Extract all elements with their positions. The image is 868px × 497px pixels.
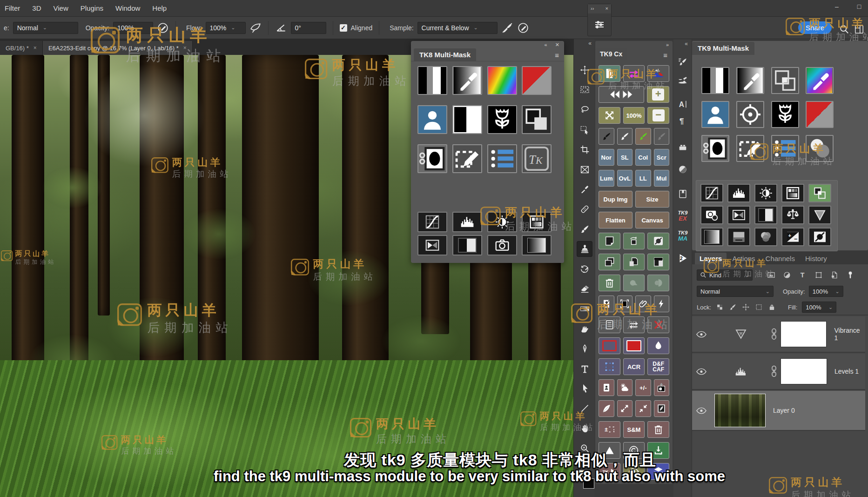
tk8-grad-dropper-button[interactable] xyxy=(452,66,482,95)
tk8-camera-button[interactable] xyxy=(487,235,517,255)
tk8-overlap-squares-button[interactable] xyxy=(522,105,552,134)
tk8-half-split-button[interactable] xyxy=(452,235,482,255)
ignore-adjustment-layers-icon[interactable] xyxy=(501,22,513,34)
tk9cx-muted2-button[interactable] xyxy=(647,275,669,291)
tk9cx-size-button[interactable]: Size xyxy=(635,191,669,208)
tk9cx-pm-doc-button[interactable] xyxy=(599,296,614,312)
tool-hand[interactable] xyxy=(577,421,592,436)
tk8-contrast-button[interactable] xyxy=(487,212,517,232)
tk9cx-feather-button[interactable] xyxy=(599,400,614,417)
maximize-button[interactable]: □ xyxy=(854,3,864,10)
tk9mm-stripes-button[interactable] xyxy=(701,67,729,94)
dock-book-icon[interactable] xyxy=(675,187,690,201)
menu-item-help[interactable]: Help xyxy=(152,4,167,12)
dock-tk9ex-badge[interactable]: TK9EX xyxy=(675,208,690,223)
tk9cx-pm-frame-button[interactable]: ± xyxy=(599,421,620,438)
tk9cx-rew-ff-button[interactable] xyxy=(599,86,644,103)
tab-channels[interactable]: Channels xyxy=(761,253,800,264)
tk9cx-contract-button[interactable] xyxy=(635,400,651,417)
tk9mm-target-button[interactable] xyxy=(736,101,764,128)
adjustment-vibrance-icon[interactable] xyxy=(733,327,749,341)
tk9mm-venn-button[interactable] xyxy=(754,228,777,246)
tk9cx-scr-button[interactable]: Scr xyxy=(654,149,670,166)
sample-select[interactable]: Current & Below⌄ xyxy=(417,22,498,34)
collapse-panel-icon[interactable]: « xyxy=(588,40,592,47)
dock-char-a-icon[interactable]: A xyxy=(675,97,690,112)
tk8-bw-split-button[interactable] xyxy=(452,105,482,134)
tool-pen[interactable] xyxy=(577,341,592,356)
panel-menu-icon[interactable]: ≡ xyxy=(555,51,559,59)
tk9cx-brush-gray-button[interactable] xyxy=(654,128,670,145)
tk9cx-slash-circle-button[interactable] xyxy=(647,233,669,249)
tab-tk8-multimask[interactable]: TK8 Multi-Mask xyxy=(414,48,476,61)
tk9cx-canvas-button[interactable]: Canvas xyxy=(635,212,669,228)
tool-eraser[interactable] xyxy=(577,282,592,296)
collapse-panel-icon[interactable]: « xyxy=(544,42,548,47)
lock-brush-s-icon[interactable] xyxy=(729,303,737,311)
close-panel-icon[interactable]: ✕ xyxy=(555,42,560,47)
tk9cx-ovl-button[interactable]: OvL xyxy=(617,170,633,187)
tool-clone-stamp[interactable] xyxy=(577,242,592,256)
size-pressure-icon[interactable] xyxy=(517,22,529,34)
document-tab-0[interactable]: GB/16) *× xyxy=(0,41,43,55)
airbrush-icon[interactable] xyxy=(249,22,262,34)
tool-path-select[interactable] xyxy=(577,381,592,396)
tk9mm-two-circles-button[interactable] xyxy=(806,135,834,162)
dock-tk9ma-badge[interactable]: TK9MA xyxy=(675,228,690,243)
document-tab-1[interactable]: E6A2253-Edit copy @ 16.7% (Layer 0, Lab/… xyxy=(43,41,193,55)
tk8-diag-red-button[interactable] xyxy=(522,66,552,95)
tk9cx-sl-button[interactable]: SL xyxy=(617,149,633,166)
close-icon[interactable]: × xyxy=(606,6,608,13)
tool-gradient-tool[interactable] xyxy=(577,302,592,316)
panel-menu-icon[interactable]: ≡ xyxy=(663,51,668,59)
tk9mm-tulip-button[interactable] xyxy=(771,101,799,128)
tab-actions[interactable]: Actions xyxy=(727,253,760,264)
lock-checker-icon[interactable] xyxy=(716,303,724,311)
tool-object-select[interactable] xyxy=(577,122,592,137)
tool-brush[interactable] xyxy=(577,222,592,236)
tk9mm-bowtie-button[interactable] xyxy=(727,206,750,224)
tk9mm-grad-dropper-button[interactable] xyxy=(736,67,764,94)
tk9mm-slash-circle2-button[interactable] xyxy=(808,228,831,246)
tk9cx-red-outline-button[interactable] xyxy=(599,337,620,354)
layer-mask-thumbnail[interactable] xyxy=(781,358,827,384)
minimize-button[interactable]: – xyxy=(832,3,842,10)
tk9mm-overlap-green-button[interactable] xyxy=(808,184,831,202)
tk9mm-curves-button[interactable] xyxy=(700,184,723,202)
tk9cx-dup-img-button[interactable]: Dup Img xyxy=(599,191,632,208)
tk8-rows-frame-button[interactable] xyxy=(522,212,552,232)
tk9cx-acr-button[interactable]: ACR xyxy=(623,358,645,375)
expand-panel-icon[interactable]: » xyxy=(666,42,669,47)
tk9cx-window-split-button[interactable] xyxy=(647,254,669,270)
lock-lock-icon[interactable] xyxy=(768,303,776,311)
tk9cx-brush-black-button[interactable] xyxy=(599,128,614,145)
tk9cx-muted1-button[interactable] xyxy=(623,275,645,291)
aligned-checkbox[interactable]: ✓ xyxy=(340,24,347,32)
search-icon[interactable] xyxy=(839,24,849,34)
tk9cx-bolt-button[interactable] xyxy=(654,296,670,312)
layer-thumbnail[interactable] xyxy=(714,394,766,427)
layer-name[interactable]: Levels 1 xyxy=(834,368,859,375)
lock-frame-s-icon[interactable] xyxy=(755,303,763,311)
menu-item-window[interactable]: Window xyxy=(115,4,140,12)
dock-brush-list-icon[interactable] xyxy=(675,55,690,70)
tk9mm-dashed-pencil-button[interactable] xyxy=(736,135,764,162)
tk9mm-histogram-button[interactable] xyxy=(727,184,750,202)
filter-photo-icon[interactable] xyxy=(767,271,776,279)
opacity-select[interactable]: 100%⌄ xyxy=(113,22,153,34)
tk8-person-button[interactable] xyxy=(417,105,447,134)
layer-opacity-select[interactable]: 100%⌄ xyxy=(809,286,843,297)
layer-filter-kind[interactable]: Kind ⌄ xyxy=(697,269,753,281)
tk8-rainbow-button[interactable] xyxy=(487,66,517,95)
tool-eyedropper[interactable] xyxy=(577,182,592,197)
dock-para-icon[interactable]: ¶ xyxy=(675,114,690,128)
tk9cx-100--button[interactable]: 100% xyxy=(623,107,645,124)
tk9cx-lum-button[interactable]: Lum xyxy=(599,170,614,187)
collapse-dock-icon[interactable]: « xyxy=(685,40,688,47)
menu-item-filter[interactable]: Filter xyxy=(5,4,20,12)
tk8-dashed-pencil-button[interactable] xyxy=(452,144,482,173)
layer-mask-thumbnail[interactable] xyxy=(781,321,827,347)
tool-lasso[interactable] xyxy=(577,102,592,117)
tk8-stripes-button[interactable] xyxy=(417,66,447,95)
expand-icon[interactable]: ›› xyxy=(591,6,594,13)
